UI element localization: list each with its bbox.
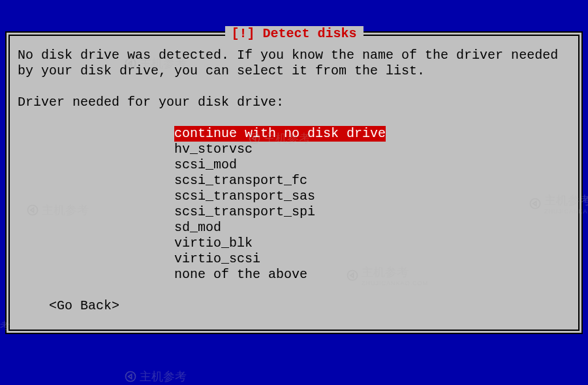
driver-option-sd-mod[interactable]: sd_mod [174, 220, 221, 235]
message-line-2: by your disk drive, you can select it fr… [18, 63, 570, 79]
driver-option-virtio-blk[interactable]: virtio_blk [174, 236, 253, 251]
driver-option-scsi-transport-spi[interactable]: scsi_transport_spi [174, 204, 315, 219]
dialog-title: [!] Detect disks [224, 26, 363, 41]
driver-option-none-of-above[interactable]: none of the above [174, 267, 307, 282]
driver-option-hv-storvsc[interactable]: hv_storvsc [174, 142, 253, 157]
dialog-body: No disk drive was detected. If you know … [18, 48, 570, 314]
svg-point-4 [126, 372, 136, 382]
driver-option-scsi-mod[interactable]: scsi_mod [174, 157, 237, 172]
driver-option-virtio-scsi[interactable]: virtio_scsi [174, 251, 260, 266]
dialog-inner: [!] Detect disks No disk drive was detec… [8, 35, 580, 331]
driver-list: continue with no disk drive hv_storvsc s… [174, 126, 570, 283]
dialog-window: [!] Detect disks No disk drive was detec… [5, 31, 583, 334]
driver-option-continue-no-disk[interactable]: continue with no disk drive [174, 126, 386, 142]
go-back-button[interactable]: <Go Back> [49, 298, 570, 314]
message-line-1: No disk drive was detected. If you know … [18, 48, 570, 63]
driver-option-scsi-transport-sas[interactable]: scsi_transport_sas [174, 189, 315, 204]
watermark-icon: 主机参考 [124, 369, 187, 384]
driver-prompt: Driver needed for your disk drive: [18, 95, 570, 110]
driver-option-scsi-transport-fc[interactable]: scsi_transport_fc [174, 173, 307, 188]
